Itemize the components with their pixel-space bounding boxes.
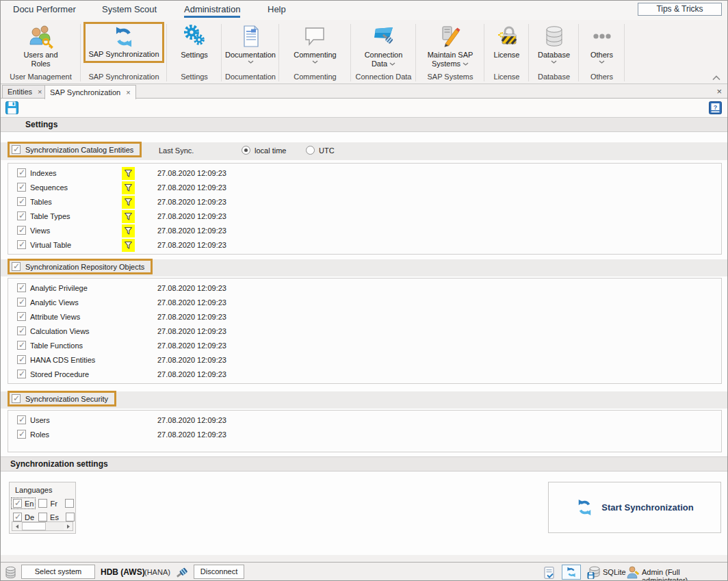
- tab-entities[interactable]: Entities ×: [2, 85, 48, 99]
- row-label: Views: [30, 227, 50, 235]
- row-checkbox[interactable]: ✓: [17, 370, 26, 378]
- row-checkbox[interactable]: ✓: [17, 341, 26, 350]
- checkbox-clipped[interactable]: [66, 513, 75, 521]
- radio-local-time[interactable]: local time: [242, 146, 286, 155]
- svg-text:?: ?: [714, 104, 718, 111]
- lang-fr-checkbox[interactable]: ✓ Fr: [37, 498, 58, 508]
- ribbon-group-commenting: Commenting Commenting: [279, 20, 351, 83]
- radio-icon[interactable]: [306, 146, 315, 155]
- last-sync-timestamp: 27.08.2020 12:09:23: [157, 327, 226, 335]
- maintain-sap-systems-icon: [437, 23, 463, 50]
- row-checkbox[interactable]: ✓: [17, 312, 26, 321]
- tab-label: Entities: [8, 88, 32, 96]
- users-roles-icon: [28, 23, 54, 50]
- checkbox[interactable]: ✓: [12, 262, 21, 271]
- scroll-right-icon[interactable]: [64, 522, 73, 530]
- last-sync-timestamp: 27.08.2020 12:09:23: [157, 212, 226, 220]
- row-checkbox[interactable]: ✓: [17, 211, 26, 220]
- tips-and-tricks-button[interactable]: Tips & Tricks: [638, 3, 722, 16]
- checkbox[interactable]: ✓: [38, 499, 47, 508]
- filter-icon[interactable]: [122, 196, 135, 209]
- sync-catalog-entities-toggle[interactable]: ✓ Synchronization Catalog Entities: [8, 142, 142, 157]
- repository-row: ✓ Analytic Privilege 27.08.2020 12:09:23: [8, 282, 721, 296]
- row-checkbox[interactable]: ✓: [17, 168, 26, 177]
- repository-row: ✓ Analytic Views 27.08.2020 12:09:23: [8, 296, 721, 311]
- row-checkbox[interactable]: ✓: [17, 240, 26, 249]
- license-icon: [494, 23, 520, 50]
- row-checkbox[interactable]: ✓: [17, 326, 26, 335]
- sap-synchronization-button[interactable]: SAP Synchronization: [83, 22, 164, 63]
- filter-icon[interactable]: [122, 181, 135, 194]
- maintain-sap-systems-button[interactable]: Maintain SAP Systems: [421, 20, 480, 73]
- filter-icon[interactable]: [122, 224, 135, 237]
- row-label: Indexes: [30, 169, 57, 177]
- documentation-button[interactable]: Documentation: [225, 20, 276, 73]
- connection-data-button[interactable]: Connection Data: [361, 20, 407, 73]
- radio-utc[interactable]: UTC: [306, 146, 335, 155]
- system-drives-icon[interactable]: [5, 566, 16, 579]
- connected-system-type: (HANA): [144, 568, 170, 576]
- row-checkbox[interactable]: ✓: [17, 430, 26, 439]
- scroll-left-icon[interactable]: [12, 522, 21, 530]
- ribbon-button-label: Documentation: [225, 51, 276, 60]
- row-checkbox[interactable]: ✓: [17, 355, 26, 364]
- filter-icon[interactable]: [122, 210, 135, 223]
- section-title: Synchronization Catalog Entities: [25, 146, 133, 154]
- row-label: Analytic Privilege: [30, 284, 88, 292]
- sqlite-db-icon: [587, 566, 601, 579]
- lang-es-checkbox[interactable]: ✓ Es: [37, 512, 60, 522]
- lang-en-checkbox[interactable]: ✓ En: [11, 498, 36, 509]
- menu-administration[interactable]: Administration: [184, 4, 240, 18]
- languages-scrollbar[interactable]: [12, 521, 73, 531]
- last-sync-timestamp: 27.08.2020 12:09:23: [157, 313, 226, 321]
- scrollbar-thumb[interactable]: [22, 522, 46, 530]
- help-icon[interactable]: ?: [709, 101, 722, 114]
- checkbox[interactable]: ✓: [12, 145, 21, 154]
- start-synchronization-button[interactable]: Start Synchronization: [548, 482, 721, 533]
- checkbox[interactable]: ✓: [12, 394, 21, 403]
- checkbox-clipped[interactable]: [65, 499, 74, 508]
- menu-help[interactable]: Help: [268, 4, 286, 14]
- row-checkbox[interactable]: ✓: [17, 283, 26, 292]
- ribbon-collapse-icon[interactable]: [712, 75, 720, 81]
- last-sync-label: Last Sync.: [159, 146, 194, 155]
- filter-icon[interactable]: [122, 239, 135, 252]
- sync-status-icon[interactable]: [562, 565, 581, 580]
- settings-panel: ✓ Synchronization Catalog Entities Last …: [1, 132, 727, 555]
- tab-sap-synchronization[interactable]: SAP Synchronization ×: [44, 85, 136, 99]
- last-sync-timestamp: 27.08.2020 12:09:23: [157, 356, 226, 364]
- settings-section-header: Settings: [1, 117, 727, 132]
- tab-close-icon[interactable]: ×: [38, 88, 42, 96]
- ribbon: Users and Roles User Management SAP Sync…: [1, 20, 727, 84]
- row-checkbox[interactable]: ✓: [17, 298, 26, 307]
- menu-system-scout[interactable]: System Scout: [102, 4, 157, 14]
- row-checkbox[interactable]: ✓: [17, 197, 26, 206]
- others-button[interactable]: Others: [589, 20, 615, 73]
- languages-box: Languages ✓ En ✓ Fr ✓ De ✓: [9, 482, 76, 534]
- database-button[interactable]: Database: [538, 20, 570, 73]
- close-document-icon[interactable]: ×: [716, 87, 722, 96]
- checkbox[interactable]: ✓: [38, 513, 47, 521]
- menu-docu-performer[interactable]: Docu Performer: [13, 4, 76, 14]
- disconnect-button[interactable]: Disconnect: [194, 565, 244, 579]
- checkbox[interactable]: ✓: [13, 499, 22, 508]
- last-sync-timestamp: 27.08.2020 12:09:23: [157, 430, 226, 439]
- sync-repository-objects-toggle[interactable]: ✓ Synchronization Repository Objects: [8, 259, 153, 274]
- ribbon-group-database: Database Database: [529, 20, 579, 83]
- save-icon[interactable]: [5, 101, 18, 114]
- filter-icon[interactable]: [122, 167, 135, 180]
- sync-security-toggle[interactable]: ✓ Synchronization Security: [8, 391, 116, 406]
- radio-icon[interactable]: [242, 146, 250, 155]
- row-checkbox[interactable]: ✓: [17, 183, 26, 192]
- row-checkbox[interactable]: ✓: [17, 415, 26, 424]
- commenting-button[interactable]: Commenting: [294, 20, 336, 73]
- settings-button[interactable]: Settings: [181, 20, 208, 73]
- checkbox[interactable]: ✓: [13, 513, 22, 521]
- ribbon-group-label: SAP Systems: [427, 73, 473, 83]
- row-checkbox[interactable]: ✓: [17, 226, 26, 235]
- select-system-button[interactable]: Select system: [21, 565, 95, 579]
- tab-close-icon[interactable]: ×: [126, 88, 130, 96]
- license-button[interactable]: License: [494, 20, 520, 73]
- report-icon[interactable]: [541, 565, 557, 580]
- users-and-roles-button[interactable]: Users and Roles: [18, 20, 64, 73]
